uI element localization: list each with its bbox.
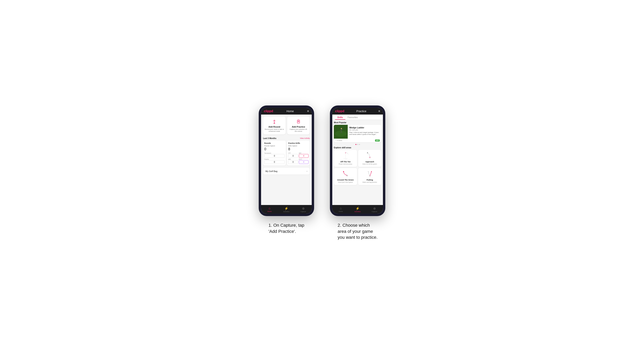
app-label: APP [299, 153, 309, 154]
add-round-title: Add Round [268, 126, 280, 128]
phone-section-1: clippd Home ≡ [259, 105, 314, 235]
clock-icon: ○ [336, 140, 336, 141]
putt-value: 4 [299, 160, 309, 164]
featured-drill-image [334, 125, 348, 139]
nav-activities-label-2: Activities [354, 211, 361, 212]
svg-point-5 [335, 131, 347, 137]
add-round-icon [271, 119, 278, 125]
golf-bag-section: My Golf Bag › [261, 167, 312, 176]
caption-1: 1. On Capture, tap'Add Practice'. [268, 222, 304, 235]
featured-drill-desc: Play 1 shot at each target yardage. If y… [349, 132, 380, 136]
header-title-1: Home [286, 110, 294, 113]
skill-card-putting[interactable]: Putting Make and lag practice [358, 168, 381, 185]
bottom-nav-1: ⌂ Home ⚡ Activities ⊕ Capture [261, 205, 312, 214]
skill-card-approach[interactable]: Approach Dial-in to hit the green [358, 150, 381, 167]
arg-value: 0 [288, 160, 298, 164]
app-badge: APP [375, 140, 380, 142]
menu-icon-2[interactable]: ≡ [378, 109, 380, 113]
skill-title-approach: Approach [365, 161, 374, 163]
add-practice-card[interactable]: Add Practice Capture your practice off-t… [287, 117, 310, 135]
practice-content: Most Popular [332, 120, 383, 205]
nav-activities-2[interactable]: ⚡ Activities [349, 206, 366, 212]
skill-title-atg: Around The Green [337, 179, 354, 181]
rounds-box: Rounds Rounds Capture 0 Tournament 0 Pra… [263, 141, 286, 166]
caption-1-text: 1. On Capture, tap'Add Practice'. [268, 223, 304, 234]
skill-grid: Off The Tee Power and accuracy [334, 150, 381, 185]
skill-desc-putting: Make and lag practice [362, 181, 377, 183]
shots-count-text: 9 shots [337, 140, 342, 141]
svg-point-23 [368, 171, 369, 172]
svg-point-6 [341, 128, 342, 129]
add-practice-title: Add Practice [292, 126, 305, 128]
app-header-2: clippd Practice ≡ [332, 108, 383, 115]
drills-sub-row-1: OTT 0 APP 4 [288, 153, 308, 158]
featured-card-inner: Wedge Ladder 50–100 yds Play 1 shot at e… [334, 125, 381, 139]
phone-frame-2: clippd Practice ≡ Drills Favourites Most… [330, 105, 385, 216]
ott-label: OTT [288, 153, 298, 154]
stats-period: Last 3 Months [263, 137, 276, 140]
practice-drills-title: Practice Drills [288, 142, 308, 144]
activities-icon-2: ⚡ [356, 206, 360, 210]
stats-header: Last 3 Months View Activity [261, 136, 312, 141]
dot-3 [359, 144, 360, 145]
add-round-card[interactable]: Add Round Record your shots in fast or e… [263, 117, 286, 135]
home-icon-2: ⌂ [340, 206, 342, 210]
skill-desc-approach: Dial-in to hit the green [362, 163, 377, 165]
view-activity-link[interactable]: View Activity [300, 137, 310, 139]
nav-activities-label-1: Activities [283, 211, 290, 212]
rounds-title: Rounds [264, 142, 284, 144]
featured-drill-card[interactable]: Wedge Ladder 50–100 yds Play 1 shot at e… [334, 125, 381, 142]
nav-home-label-2: Home [338, 210, 343, 212]
golf-bag-label: My Golf Bag [266, 170, 278, 173]
golf-bag-row[interactable]: My Golf Bag › [263, 168, 310, 174]
caption-2-text: 2. Choose whicharea of your gameyou want… [338, 223, 378, 240]
practice-value: 0 [264, 160, 284, 164]
featured-drill-subtitle: 50–100 yds [349, 129, 380, 131]
tab-favourites[interactable]: Favourites [345, 115, 360, 120]
app-item: APP 4 [299, 153, 309, 158]
dot-2 [357, 144, 358, 145]
dot-1 [356, 144, 356, 145]
approach-icon [366, 152, 374, 160]
phone-section-2: clippd Practice ≡ Drills Favourites Most… [330, 105, 385, 241]
skill-desc-ott: Power and accuracy [339, 163, 352, 165]
phone-screen-2: clippd Practice ≡ Drills Favourites Most… [332, 108, 383, 214]
nav-home-2[interactable]: ⌂ Home [332, 206, 349, 212]
skill-card-around-green[interactable]: Around The Green Hone your short game [334, 168, 357, 185]
stats-grid: Rounds Rounds Capture 0 Tournament 0 Pra… [261, 141, 312, 167]
practice-label: Practice [264, 159, 284, 160]
arg-label: ARG [288, 159, 298, 160]
featured-drill-info: Wedge Ladder 50–100 yds Play 1 shot at e… [349, 125, 381, 139]
skill-title-putting: Putting [366, 179, 373, 181]
drills-sub-row-2: ARG 0 PUTT 4 [288, 159, 308, 164]
add-practice-icon [295, 119, 302, 125]
home-icon: ⌂ [268, 206, 270, 210]
app-logo-1: clippd [264, 109, 273, 113]
nav-capture-label-1: Capture [300, 211, 306, 212]
practice-drills-box: Practice Drills Drills Capture 8 OTT 0 A… [287, 141, 310, 166]
putt-label: PUTT [299, 159, 309, 160]
dot-indicators [334, 144, 381, 145]
nav-capture-2[interactable]: ⊕ Capture [366, 206, 383, 212]
featured-footer: ○ 9 shots APP [334, 139, 381, 142]
skill-card-off-the-tee[interactable]: Off The Tee Power and accuracy [334, 150, 357, 167]
svg-point-24 [371, 171, 372, 172]
skill-desc-atg: Hone your short game [338, 181, 353, 183]
nav-capture-label-2: Capture [372, 211, 377, 212]
drills-capture-label: Drills Capture [288, 145, 308, 147]
phone-frame-1: clippd Home ≡ [259, 105, 314, 216]
nav-activities-1[interactable]: ⚡ Activities [278, 206, 295, 212]
action-cards: Add Round Record your shots in fast or e… [261, 115, 312, 136]
nav-home-1[interactable]: ⌂ Home [261, 206, 278, 212]
menu-icon-1[interactable]: ≡ [307, 109, 309, 113]
ott-item: OTT 0 [288, 153, 298, 158]
nav-capture-1[interactable]: ⊕ Capture [295, 206, 312, 212]
add-round-desc: Record your shots in fast or enhanced mo… [265, 128, 284, 133]
skill-areas-title: Explore skill areas [334, 147, 381, 149]
rounds-capture-label: Rounds Capture [264, 145, 284, 147]
featured-drill-title: Wedge Ladder [349, 126, 380, 129]
shots-count: ○ 9 shots [336, 140, 342, 141]
app-value: 4 [299, 154, 309, 158]
tab-drills[interactable]: Drills [335, 115, 345, 120]
off-the-tee-icon [342, 152, 350, 160]
